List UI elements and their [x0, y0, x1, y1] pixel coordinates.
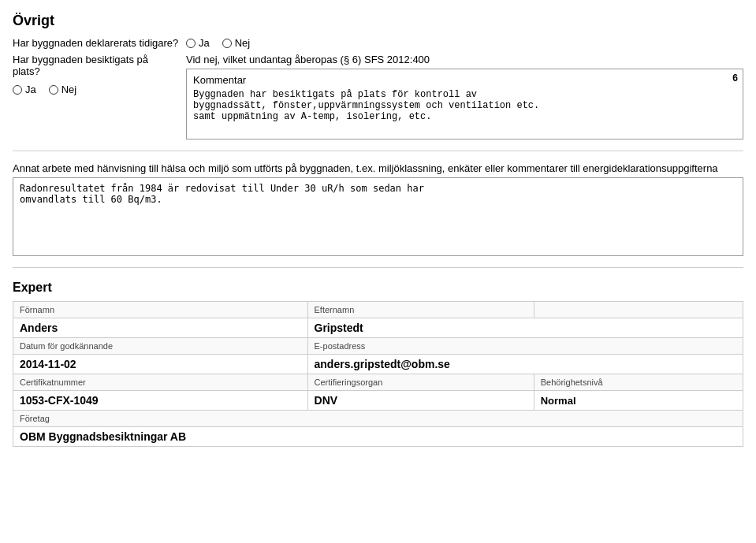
- expert-cert-values-row: 1053-CFX-1049 DNV Normal: [13, 391, 743, 411]
- behorighet-value: Normal: [534, 391, 743, 411]
- expert-foretag-value-row: OBM Byggnadsbesiktningar AB: [13, 427, 743, 447]
- expert-name-row: Förnamn Efternamn: [13, 302, 743, 318]
- q2-nej-radio[interactable]: [49, 85, 58, 95]
- certorg-label: Certifieringsorgan: [307, 374, 534, 391]
- fornamn-value: Anders: [13, 318, 308, 338]
- annat-text: Radonresultatet från 1984 är redovisat t…: [20, 183, 736, 205]
- q1-label: Har byggnaden deklarerats tidigare?: [13, 37, 186, 49]
- q1-nej-label: Nej: [235, 37, 251, 49]
- q2-ja-option[interactable]: Ja: [13, 84, 36, 95]
- comment-box[interactable]: 6 Kommentar Byggnaden har besiktigats på…: [186, 69, 743, 139]
- fornamn-label: Förnamn: [13, 302, 308, 318]
- certorg-value: DNV: [307, 391, 534, 411]
- expert-table: Förnamn Efternamn Anders Gripstedt Datum…: [13, 301, 743, 447]
- efternamn-value: Gripstedt: [307, 318, 743, 338]
- divider-1: [13, 151, 743, 151]
- epost-label: E-postadress: [307, 338, 743, 355]
- expert-name-values-row: Anders Gripstedt: [13, 318, 743, 338]
- vid-nej-text: Vid nej, vilket undantag åberopas (§ 6) …: [186, 54, 743, 65]
- q1-ja-option[interactable]: Ja: [186, 37, 210, 49]
- foretag-label: Företag: [13, 411, 743, 427]
- expert-foretag-label-row: Företag: [13, 411, 743, 427]
- expert-datum-row-labels: Datum för godkännande E-postadress: [13, 338, 743, 355]
- q1-nej-radio[interactable]: [222, 39, 232, 48]
- annat-label: Annat arbete med hänvisning till hälsa o…: [13, 162, 743, 174]
- certnr-label: Certifikatnummer: [13, 374, 308, 391]
- comment-label: Kommentar: [193, 74, 736, 86]
- q2-label-text: Har byggnaden besiktigats på plats?: [13, 54, 178, 77]
- efternamn-label: Efternamn: [307, 302, 534, 318]
- section-title: Övrigt: [13, 13, 743, 29]
- q2-ja-radio[interactable]: [13, 85, 22, 95]
- q1-nej-option[interactable]: Nej: [222, 37, 251, 49]
- foretag-value: OBM Byggnadsbesiktningar AB: [13, 427, 743, 447]
- q1-ja-radio[interactable]: [186, 39, 196, 48]
- expert-title: Expert: [13, 281, 743, 295]
- divider-2: [13, 267, 743, 268]
- certnr-value: 1053-CFX-1049: [13, 391, 308, 411]
- datum-label: Datum för godkännande: [13, 338, 308, 355]
- behorighet-label: Behörighetsnivå: [534, 374, 743, 391]
- q1-ja-label: Ja: [199, 37, 210, 49]
- expert-datum-row-values: 2014-11-02 anders.gripstedt@obm.se: [13, 355, 743, 374]
- q2-ja-label: Ja: [25, 84, 36, 95]
- empty-label-1: [534, 302, 743, 318]
- comment-text: Byggnaden har besiktigats på plats för k…: [193, 89, 736, 122]
- char-count: 6: [732, 73, 738, 84]
- datum-value: 2014-11-02: [13, 355, 308, 374]
- epost-value: anders.gripstedt@obm.se: [307, 355, 743, 374]
- annat-textarea[interactable]: Radonresultatet från 1984 är redovisat t…: [13, 177, 743, 256]
- q2-nej-option[interactable]: Nej: [49, 84, 77, 95]
- expert-cert-labels-row: Certifikatnummer Certifieringsorgan Behö…: [13, 374, 743, 391]
- q2-nej-label: Nej: [61, 84, 77, 95]
